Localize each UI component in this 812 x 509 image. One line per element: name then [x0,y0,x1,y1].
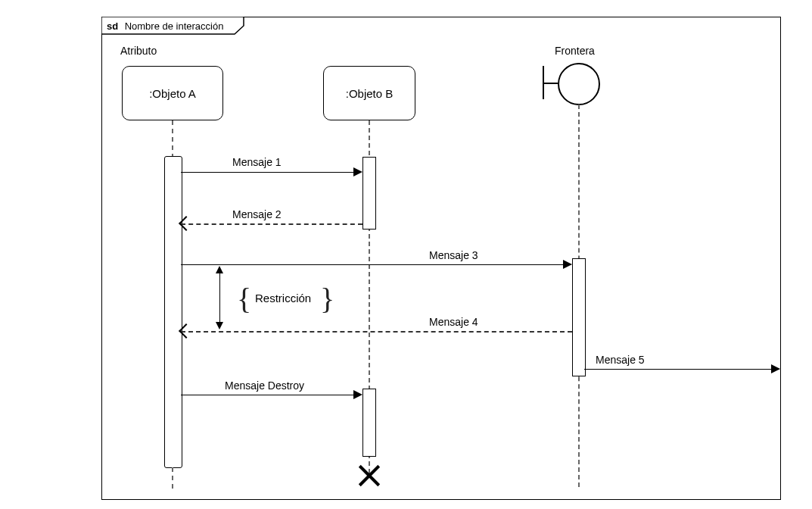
object-a-box: :Objeto A [122,66,223,120]
message-3-label: Mensaje 3 [428,249,480,261]
lifeline-a-top [172,120,173,158]
boundary-circle-icon [558,63,600,105]
boundary-horizontal-line [543,83,558,84]
sequence-diagram-frame: sd Nombre de interacción Atributo Fronte… [101,17,781,500]
frame-type-label: sd [107,20,118,32]
constraint-brace-right-icon: } [320,284,334,314]
attribute-label: Atributo [120,45,157,57]
message-1-line [181,172,361,173]
message-4-label: Mensaje 4 [428,316,480,328]
message-1-label: Mensaje 1 [231,156,283,168]
object-b-box: :Objeto B [323,66,415,120]
message-2-label: Mensaje 2 [231,208,283,220]
message-5-arrow-icon [771,364,780,373]
constraint-arrow-up-icon [216,266,223,273]
activation-a [164,156,182,468]
frame-name-label: Nombre de interacción [125,20,224,32]
message-destroy-label: Mensaje Destroy [223,379,306,392]
activation-b-destroy [362,389,376,457]
message-5-label: Mensaje 5 [594,354,646,366]
activation-frontier [572,258,586,376]
object-b-label: :Objeto B [346,87,394,100]
message-destroy-arrow-icon [353,390,362,399]
message-4-line [181,331,572,333]
object-a-label: :Objeto A [149,87,196,100]
constraint-brace-left-icon: { [237,284,251,314]
message-3-arrow-icon [563,260,572,269]
activation-b-1 [362,157,376,230]
message-destroy-line [181,395,361,395]
frame-tab-content: sd Nombre de interacción [107,19,223,33]
message-1-arrow-icon [353,167,362,176]
destroy-x-icon [357,464,380,487]
message-2-line [181,223,362,225]
message-3-line [181,264,571,265]
frontier-label: Frontera [555,45,595,57]
message-5-line [584,369,779,370]
constraint-span-line [219,270,220,325]
constraint-label: Restricción [254,292,313,304]
lifeline-a-bottom [172,467,173,489]
constraint-arrow-down-icon [216,322,223,329]
